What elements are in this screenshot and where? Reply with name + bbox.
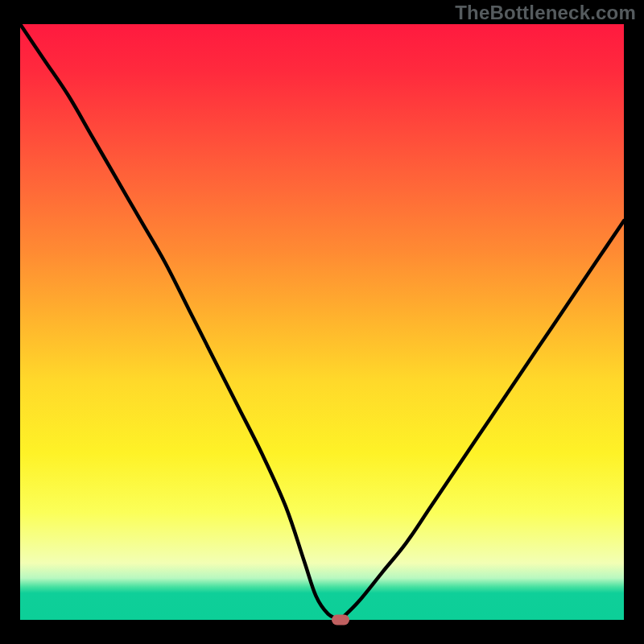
bottleneck-curve-left	[20, 24, 341, 620]
minimum-marker	[332, 615, 349, 625]
attribution-label: TheBottleneck.com	[455, 2, 636, 24]
bottleneck-curve-right	[341, 221, 625, 620]
plot-area	[20, 24, 624, 620]
curve-svg	[20, 24, 624, 620]
chart-frame: TheBottleneck.com	[0, 0, 644, 644]
